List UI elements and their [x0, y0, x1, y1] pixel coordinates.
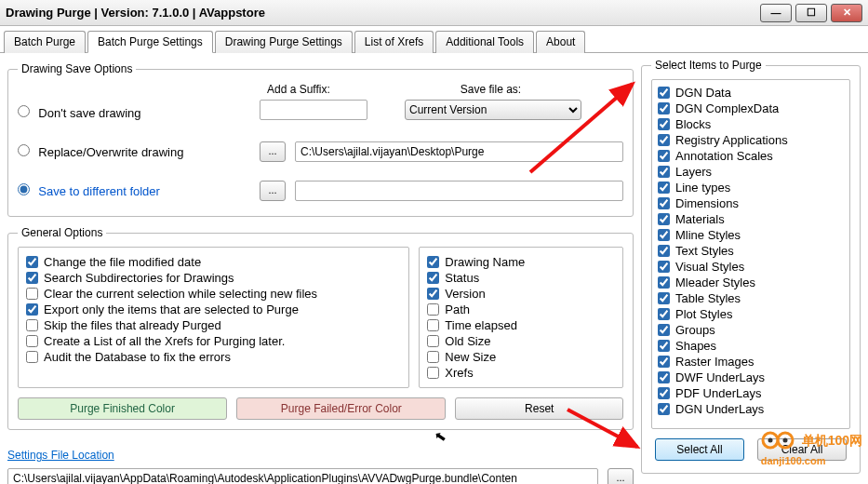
general-left-checkbox-0[interactable]	[26, 256, 38, 268]
purge-item-checkbox-13[interactable]	[658, 292, 670, 304]
general-left-label-6: Audit the Database to fix the errors	[44, 350, 231, 364]
purge-item-checkbox-11[interactable]	[658, 261, 670, 273]
purge-item-checkbox-1[interactable]	[658, 102, 670, 114]
general-right-label-1: Status	[445, 271, 479, 285]
purge-item-checkbox-2[interactable]	[658, 118, 670, 130]
purge-item-label-8: Materials	[675, 212, 725, 226]
general-right-label-6: New Size	[445, 350, 496, 364]
purge-item-label-7: Dimensions	[675, 196, 739, 210]
purge-item-label-14: Plot Styles	[675, 307, 732, 321]
purge-item-label-16: Shapes	[675, 339, 716, 353]
purge-item-checkbox-0[interactable]	[658, 87, 670, 99]
general-left-checkbox-6[interactable]	[26, 351, 38, 363]
general-options-legend: General Options	[18, 226, 106, 239]
tab-about[interactable]: About	[536, 31, 585, 53]
purge-item-checkbox-3[interactable]	[658, 134, 670, 146]
purge-item-label-6: Line types	[675, 181, 730, 195]
dont-save-radio[interactable]	[18, 105, 30, 117]
purge-item-checkbox-18[interactable]	[658, 371, 670, 383]
maximize-button[interactable]: ☐	[795, 4, 827, 22]
general-left-label-4: Skip the files that already Purged	[44, 318, 221, 332]
savefolder-label: Save to different folder	[38, 184, 160, 198]
titlebar: Drawing Purge | Version: 7.1.0.0 | AVapp…	[0, 0, 868, 26]
purge-item-label-19: PDF UnderLays	[675, 386, 761, 400]
general-right-label-4: Time elapsed	[445, 318, 517, 332]
purge-item-checkbox-8[interactable]	[658, 213, 670, 225]
select-items-legend: Select Items to Purge	[651, 59, 766, 72]
general-right-checkbox-0[interactable]	[427, 256, 439, 268]
suffix-label: Add a Suffix:	[267, 83, 330, 96]
general-right-checkbox-1[interactable]	[427, 272, 439, 284]
reset-button[interactable]: Reset	[455, 397, 623, 420]
purge-item-checkbox-9[interactable]	[658, 229, 670, 241]
purge-finished-color-button[interactable]: Purge Finished Color	[18, 397, 227, 420]
purge-item-label-2: Blocks	[675, 117, 711, 131]
clear-all-button[interactable]: Clear All	[757, 438, 847, 461]
general-right-checkbox-7[interactable]	[427, 367, 439, 379]
purge-item-label-3: Registry Applications	[675, 133, 788, 147]
purge-item-checkbox-19[interactable]	[658, 387, 670, 399]
purge-item-checkbox-7[interactable]	[658, 197, 670, 209]
purge-item-checkbox-20[interactable]	[658, 403, 670, 415]
general-right-checkbox-4[interactable]	[427, 319, 439, 331]
general-options: General Options Change the file modified…	[7, 226, 634, 430]
tab-additional-tools[interactable]: Additional Tools	[435, 31, 534, 53]
general-right-label-2: Version	[445, 287, 485, 301]
settings-file-path-input[interactable]	[7, 468, 598, 484]
settings-file-location-link[interactable]: Settings File Location	[7, 449, 114, 462]
purge-item-checkbox-15[interactable]	[658, 324, 670, 336]
purge-items-list: DGN DataDGN ComplexDataBlocksRegistry Ap…	[651, 79, 850, 429]
savefolder-browse-button[interactable]: ...	[260, 181, 286, 201]
general-right-label-7: Xrefs	[445, 366, 473, 380]
general-left-label-0: Change the file modified date	[44, 255, 201, 269]
minimize-button[interactable]: —	[760, 4, 792, 22]
purge-item-checkbox-4[interactable]	[658, 150, 670, 162]
purge-item-label-13: Table Styles	[675, 291, 741, 305]
saveas-label: Save file as:	[461, 83, 521, 96]
general-right-checkbox-5[interactable]	[427, 335, 439, 347]
saveas-select[interactable]: Current Version	[405, 100, 581, 120]
purge-item-checkbox-10[interactable]	[658, 245, 670, 257]
general-left-checkbox-4[interactable]	[26, 319, 38, 331]
purge-item-label-1: DGN ComplexData	[675, 101, 779, 115]
replace-radio[interactable]	[18, 144, 30, 156]
general-right-label-0: Drawing Name	[445, 255, 525, 269]
dont-save-label: Don't save drawing	[38, 106, 140, 120]
general-left-label-2: Clear the current selection while select…	[44, 287, 317, 301]
close-button[interactable]: ✕	[831, 4, 862, 22]
select-items-to-purge: Select Items to Purge DGN DataDGN Comple…	[641, 59, 861, 474]
replace-path-input[interactable]	[295, 141, 623, 162]
general-left-checkbox-3[interactable]	[26, 303, 38, 316]
general-right-checkbox-6[interactable]	[427, 351, 439, 363]
general-left-checkbox-1[interactable]	[26, 272, 38, 284]
select-all-button[interactable]: Select All	[655, 438, 744, 461]
general-right-label-5: Old Size	[445, 334, 490, 348]
general-right-checkbox-3[interactable]	[427, 303, 439, 316]
tab-list-of-xrefs[interactable]: List of Xrefs	[354, 31, 434, 53]
purge-item-checkbox-5[interactable]	[658, 166, 670, 178]
window-title: Drawing Purge | Version: 7.1.0.0 | AVapp…	[6, 6, 265, 20]
tab-strip: Batch Purge Batch Purge Settings Drawing…	[0, 26, 868, 53]
replace-browse-button[interactable]: ...	[260, 141, 286, 162]
savefolder-path-input[interactable]	[295, 181, 623, 201]
purge-item-label-5: Layers	[675, 165, 712, 179]
general-left-checkbox-2[interactable]	[26, 288, 38, 300]
tab-drawing-purge-settings[interactable]: Drawing Purge Settings	[215, 31, 353, 53]
general-left-panel: Change the file modified dateSearch Subd…	[18, 247, 409, 388]
settings-file-browse-button[interactable]: ...	[608, 468, 634, 484]
purge-item-label-12: Mleader Styles	[675, 276, 755, 289]
savefolder-radio[interactable]	[18, 183, 30, 195]
purge-item-checkbox-14[interactable]	[658, 308, 670, 320]
purge-item-label-18: DWF UnderLays	[675, 370, 765, 384]
general-left-label-1: Search Subdirectories for Drawings	[44, 271, 234, 285]
tab-batch-purge-settings[interactable]: Batch Purge Settings	[87, 31, 213, 53]
tab-batch-purge[interactable]: Batch Purge	[4, 31, 86, 53]
general-left-checkbox-5[interactable]	[26, 335, 38, 347]
suffix-input[interactable]	[260, 100, 367, 120]
purge-item-checkbox-6[interactable]	[658, 182, 670, 194]
purge-failed-color-button[interactable]: Purge Failed/Error Color	[236, 397, 446, 420]
purge-item-checkbox-17[interactable]	[658, 356, 670, 368]
general-right-checkbox-2[interactable]	[427, 288, 439, 300]
purge-item-checkbox-12[interactable]	[658, 276, 670, 289]
purge-item-checkbox-16[interactable]	[658, 340, 670, 352]
